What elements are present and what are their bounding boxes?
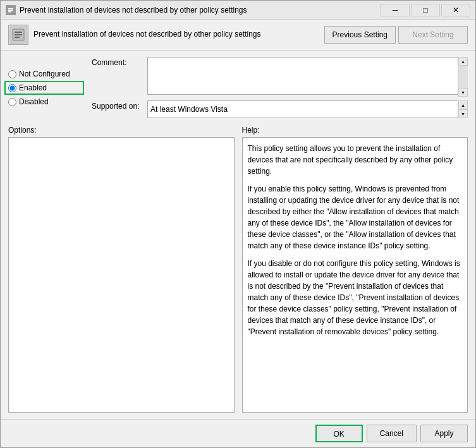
scroll-track (458, 66, 468, 88)
help-header: Help: (242, 126, 468, 135)
cancel-button[interactable]: Cancel (367, 425, 417, 442)
title-bar: Prevent installation of devices not desc… (1, 1, 475, 20)
not-configured-option[interactable]: Not Configured (8, 70, 84, 78)
top-section: Not Configured Enabled Disabled Comment: (8, 57, 468, 118)
comment-row: Comment: ▲ ▼ (92, 57, 468, 97)
svg-rect-5 (15, 32, 22, 33)
enabled-option[interactable]: Enabled (4, 81, 84, 95)
form-section: Comment: ▲ ▼ Supported on: At (92, 57, 468, 118)
main-window: Prevent installation of devices not desc… (0, 0, 476, 448)
supported-scroll-up[interactable]: ▲ (458, 100, 468, 109)
options-box (8, 137, 235, 413)
apply-button[interactable]: Apply (420, 425, 468, 442)
policy-icon (8, 25, 28, 45)
window-title: Prevent installation of devices not desc… (20, 6, 381, 15)
next-setting-button[interactable]: Next Setting (398, 26, 468, 44)
svg-rect-1 (8, 8, 13, 9)
maximize-button[interactable]: □ (411, 4, 440, 16)
svg-rect-6 (15, 34, 22, 35)
minimize-button[interactable]: ─ (381, 4, 410, 16)
help-section: Help: This policy setting allows you to … (242, 126, 468, 413)
window-controls: ─ □ ✕ (381, 4, 470, 16)
disabled-label: Disabled (19, 97, 49, 106)
bottom-buttons: OK Cancel Apply (1, 419, 475, 447)
scroll-down[interactable]: ▼ (458, 88, 468, 97)
help-para3: If you disable or do not configure this … (248, 258, 463, 337)
main-content: Not Configured Enabled Disabled Comment: (1, 51, 475, 419)
header-title: Prevent installation of devices not desc… (34, 30, 261, 40)
close-button[interactable]: ✕ (441, 4, 470, 16)
not-configured-label: Not Configured (19, 70, 70, 78)
svg-rect-7 (15, 37, 20, 38)
supported-scroll-down[interactable]: ▼ (458, 109, 468, 118)
help-para1: This policy setting allows you to preven… (248, 143, 463, 177)
supported-row: Supported on: At least Windows Vista ▲ ▼ (92, 100, 468, 118)
scroll-up[interactable]: ▲ (458, 57, 468, 66)
comment-scrollbar: ▲ ▼ (458, 57, 468, 97)
supported-label: Supported on: (92, 100, 142, 111)
supported-wrapper: At least Windows Vista ▲ ▼ (147, 100, 468, 118)
nav-buttons: Previous Setting Next Setting (324, 26, 468, 44)
header-bar: Prevent installation of devices not desc… (1, 20, 475, 51)
options-help-section: Options: Help: This policy setting allow… (8, 126, 468, 413)
radio-group: Not Configured Enabled Disabled (8, 57, 84, 118)
not-configured-radio[interactable] (8, 70, 16, 78)
enabled-label: Enabled (19, 83, 47, 92)
ok-button[interactable]: OK (315, 425, 363, 442)
comment-wrapper: ▲ ▼ (147, 57, 468, 97)
comment-label: Comment: (92, 57, 142, 67)
window-icon (6, 5, 16, 15)
svg-rect-2 (8, 9, 13, 11)
prev-setting-button[interactable]: Previous Setting (324, 26, 396, 44)
comment-input[interactable] (147, 57, 468, 95)
options-header: Options: (8, 126, 235, 135)
help-box: This policy setting allows you to preven… (242, 137, 468, 413)
disabled-option[interactable]: Disabled (8, 97, 84, 106)
supported-value: At least Windows Vista (147, 100, 468, 118)
svg-rect-3 (8, 11, 11, 13)
help-para2: If you enable this policy setting, Windo… (248, 183, 463, 251)
supported-scrollbar: ▲ ▼ (458, 100, 468, 118)
options-section: Options: (8, 126, 235, 413)
disabled-radio[interactable] (8, 98, 16, 106)
header-left: Prevent installation of devices not desc… (8, 25, 324, 45)
enabled-radio[interactable] (8, 84, 16, 92)
